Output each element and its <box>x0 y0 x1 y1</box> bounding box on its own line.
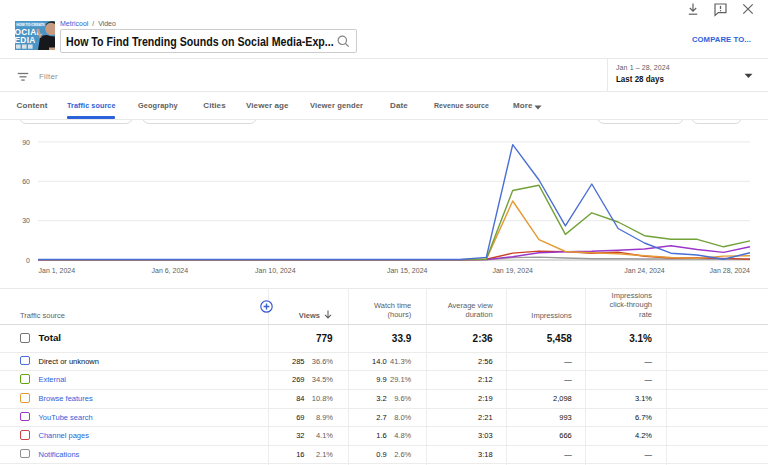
svg-text:0: 0 <box>26 257 30 264</box>
svg-text:Jan 28, 2024: Jan 28, 2024 <box>710 267 751 274</box>
svg-text:Jan 24, 2024: Jan 24, 2024 <box>624 267 665 274</box>
svg-text:Jan 6, 2024: Jan 6, 2024 <box>152 267 189 274</box>
svg-text:90: 90 <box>22 139 30 146</box>
svg-text:Jan 10, 2024: Jan 10, 2024 <box>255 267 296 274</box>
svg-text:30: 30 <box>22 217 30 224</box>
svg-text:Jan 1, 2024: Jan 1, 2024 <box>39 267 76 274</box>
svg-text:60: 60 <box>22 178 30 185</box>
svg-text:Jan 19, 2024: Jan 19, 2024 <box>492 267 533 274</box>
svg-text:Jan 15, 2024: Jan 15, 2024 <box>387 267 428 274</box>
